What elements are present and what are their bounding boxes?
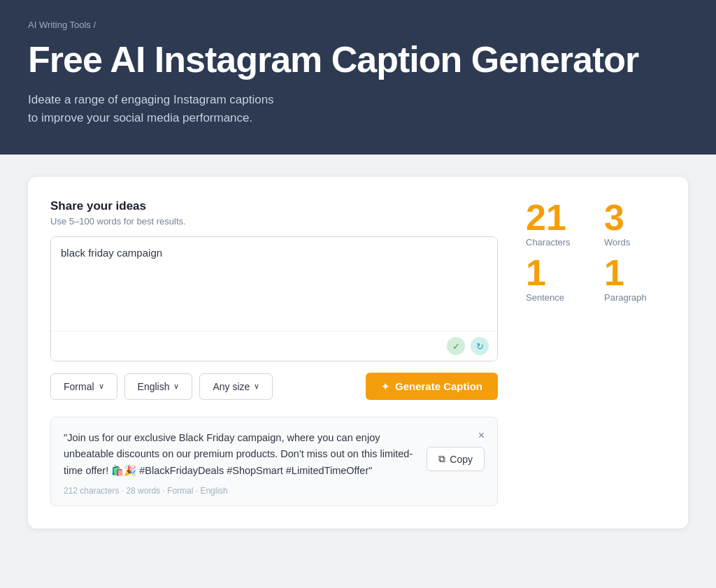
paragraph-stat: 1 Paragraph (604, 254, 666, 303)
result-actions: × ⧉ Copy (427, 430, 485, 471)
idea-textarea[interactable]: black friday campaign (51, 237, 497, 328)
copy-button[interactable]: ⧉ Copy (427, 447, 485, 471)
characters-value: 21 (526, 199, 587, 236)
textarea-wrapper: black friday campaign ✓ ↻ (50, 236, 498, 361)
paragraph-value: 1 (604, 254, 666, 291)
result-meta: 212 characters · 28 words · Formal · Eng… (64, 486, 485, 496)
grammar-icon[interactable]: ✓ (447, 337, 465, 355)
language-dropdown[interactable]: English ∨ (124, 373, 193, 400)
breadcrumb: AI Writing Tools / (28, 20, 688, 30)
page-subtitle: Ideate a range of engaging Instagram cap… (28, 91, 688, 127)
size-dropdown[interactable]: Any size ∨ (199, 373, 273, 400)
words-label: Words (604, 237, 666, 248)
generate-button[interactable]: ✦ Generate Caption (366, 373, 498, 400)
chevron-down-icon: ∨ (99, 382, 104, 391)
ai-assist-icon[interactable]: ↻ (471, 337, 489, 355)
tone-dropdown[interactable]: Formal ∨ (50, 373, 117, 400)
sentence-label: Sentence (526, 292, 587, 303)
characters-label: Characters (526, 237, 587, 248)
chevron-down-icon: ∨ (173, 382, 179, 391)
input-label: Share your ideas (50, 199, 498, 213)
textarea-footer: ✓ ↻ (51, 331, 497, 361)
left-panel: Share your ideas Use 5–100 words for bes… (50, 199, 498, 506)
paragraph-label: Paragraph (604, 292, 666, 303)
words-stat: 3 Words (604, 199, 666, 248)
spark-icon: ✦ (381, 381, 389, 392)
chevron-down-icon: ∨ (254, 382, 259, 391)
sentence-value: 1 (526, 254, 587, 291)
input-hint: Use 5–100 words for best results. (50, 216, 498, 227)
close-button[interactable]: × (478, 430, 485, 441)
stats-grid: 21 Characters 3 Words 1 Sentence 1 Parag… (526, 199, 666, 303)
copy-icon: ⧉ (438, 453, 445, 465)
stats-panel: 21 Characters 3 Words 1 Sentence 1 Parag… (526, 199, 666, 506)
characters-stat: 21 Characters (526, 199, 587, 248)
result-box: "Join us for our exclusive Black Friday … (50, 417, 498, 506)
result-text: "Join us for our exclusive Black Friday … (64, 430, 415, 479)
main-content: Share your ideas Use 5–100 words for bes… (0, 155, 716, 551)
page-header: AI Writing Tools / Free AI Instagram Cap… (0, 0, 716, 155)
sentence-stat: 1 Sentence (526, 254, 587, 303)
controls-row: Formal ∨ English ∨ Any size ∨ ✦ Generate… (50, 373, 498, 400)
words-value: 3 (604, 199, 666, 236)
page-title: Free AI Instagram Caption Generator (28, 40, 688, 80)
tool-card: Share your ideas Use 5–100 words for bes… (28, 177, 688, 529)
